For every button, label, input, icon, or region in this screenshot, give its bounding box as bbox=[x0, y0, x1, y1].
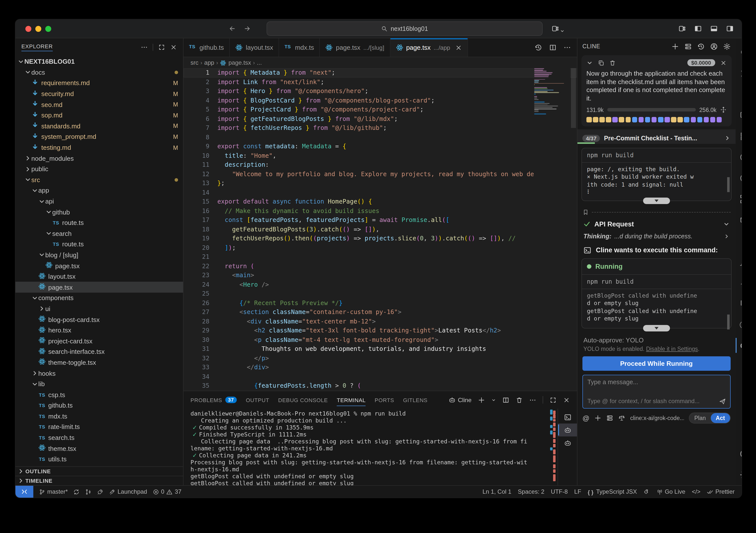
send-icon[interactable] bbox=[718, 397, 726, 405]
statusbar-sync[interactable] bbox=[73, 489, 80, 495]
code-line-21[interactable]: 21 bbox=[183, 252, 577, 262]
disable-settings-link[interactable]: Disable it in Settings bbox=[646, 346, 698, 351]
more-actions-icon[interactable] bbox=[529, 396, 536, 403]
code-line-33[interactable]: 33 </div> bbox=[183, 363, 577, 372]
statusbar-indentation[interactable]: Spaces: 2 bbox=[518, 488, 544, 495]
tree-folder-lib[interactable]: lib bbox=[15, 379, 183, 389]
tree-folder-api[interactable]: api bbox=[15, 196, 183, 207]
panel-tab-ports[interactable]: PORTS bbox=[374, 391, 394, 408]
statusbar-eol[interactable]: LF bbox=[574, 488, 581, 495]
code-line-17[interactable]: 17 const [featuredPosts, featuredProject… bbox=[183, 215, 577, 225]
code-line-5[interactable]: 5import { ProjectCard } from "@/componen… bbox=[183, 105, 577, 114]
code-line-22[interactable]: 22 return ( bbox=[183, 262, 577, 271]
tree-folder-search[interactable]: search bbox=[15, 228, 183, 239]
breadcrumb-item[interactable]: src bbox=[191, 59, 199, 66]
code-line-14[interactable]: 14 bbox=[183, 188, 577, 197]
tree-file-sop-md[interactable]: sop.mdM bbox=[15, 110, 183, 121]
statusbar-pipeline[interactable] bbox=[85, 489, 92, 495]
forward-icon[interactable] bbox=[244, 25, 251, 32]
focus-view-icon[interactable] bbox=[158, 44, 165, 51]
activity-kangaroo-icon[interactable] bbox=[735, 272, 742, 293]
customize-layout-icon[interactable] bbox=[678, 25, 686, 32]
code-line-4[interactable]: 4import { BlogPostCard } from "@/compone… bbox=[183, 96, 577, 105]
tree-root[interactable]: NEXT16BLOG01 bbox=[15, 56, 183, 67]
timeline-section[interactable]: TIMELINE bbox=[15, 476, 183, 485]
statusbar-prettier[interactable]: Prettier bbox=[707, 488, 735, 495]
tree-file-utils-ts[interactable]: TSutils.ts bbox=[15, 454, 183, 464]
tree-file-system-prompt-md[interactable]: system_prompt.mdM bbox=[15, 131, 183, 142]
tree-file-seo-md[interactable]: seo.mdM bbox=[15, 99, 183, 110]
code-line-34[interactable]: 34 bbox=[183, 372, 577, 381]
activity-cline-icon[interactable] bbox=[735, 335, 742, 356]
statusbar-encoding[interactable]: UTF-8 bbox=[551, 488, 568, 495]
tree-file-testing-md[interactable]: testing.mdM bbox=[15, 142, 183, 153]
activity-accounts-icon[interactable] bbox=[735, 443, 742, 464]
statusbar-cursor-position[interactable]: Ln 1, Col 1 bbox=[482, 488, 511, 495]
tree-file-standards-md[interactable]: standards.mdM bbox=[15, 121, 183, 131]
code-line-31[interactable]: 31 Thoughts on web development, tutorial… bbox=[183, 344, 577, 353]
code-line-12[interactable]: 12 "Welcome to my portfolio and blog. Ex… bbox=[183, 169, 577, 179]
copy-task-icon[interactable] bbox=[598, 60, 604, 66]
activity-ai-chat-icon[interactable] bbox=[735, 293, 742, 314]
code-line-18[interactable]: 18 getFeaturedBlogPosts(3).catch(() => [… bbox=[183, 225, 577, 234]
activity-r-tools-icon[interactable]: ® bbox=[735, 314, 742, 335]
tree-folder-node-modules[interactable]: node_modules bbox=[15, 153, 183, 164]
tree-file-hero-tsx[interactable]: hero.tsx bbox=[15, 325, 183, 336]
toggle-secondary-sidebar-icon[interactable] bbox=[726, 25, 734, 32]
zoom-window-button[interactable] bbox=[45, 26, 51, 32]
panel-tab-output[interactable]: OUTPUT bbox=[246, 391, 269, 408]
tree-file-csp-ts[interactable]: TScsp.ts bbox=[15, 389, 183, 400]
statusbar-rocket[interactable] bbox=[97, 489, 104, 495]
tree-folder-ui[interactable]: ui bbox=[15, 303, 183, 314]
tree-file-rate-limit-ts[interactable]: TSrate-limit.ts bbox=[15, 422, 183, 432]
tree-file-route-ts[interactable]: TSroute.ts bbox=[15, 217, 183, 228]
close-window-button[interactable] bbox=[25, 26, 31, 32]
scales-icon[interactable] bbox=[618, 414, 625, 421]
thinking-row[interactable]: Thinking: ...d during the build process. bbox=[578, 229, 735, 239]
code-line-32[interactable]: 32 </p> bbox=[183, 353, 577, 363]
code-line-27[interactable]: 27 <section className="container-custom … bbox=[183, 308, 577, 317]
code-line-2[interactable]: 2import Link from "next/link"; bbox=[183, 77, 577, 87]
code-line-6[interactable]: 6import { getFeaturedBlogPosts } from "@… bbox=[183, 114, 577, 124]
command-output[interactable]: page: /, exiting the build. × Next.js bu… bbox=[582, 162, 731, 200]
tree-file-theme-tsx[interactable]: theme.tsx bbox=[15, 443, 183, 454]
expand-output-button[interactable] bbox=[643, 325, 670, 331]
editor-scrollbar[interactable] bbox=[570, 68, 577, 391]
activity-code-generator-icon[interactable] bbox=[735, 230, 742, 251]
bookmark-icon[interactable] bbox=[582, 209, 589, 215]
tree-file-route-ts[interactable]: TSroute.ts bbox=[15, 239, 183, 250]
terminal-output[interactable]: danielkliewer@Daniels-MacBook-Pro next16… bbox=[183, 408, 550, 485]
delete-task-icon[interactable] bbox=[609, 60, 616, 66]
activity-project-manager-icon[interactable] bbox=[735, 189, 742, 210]
remote-indicator[interactable] bbox=[15, 486, 33, 498]
tree-file-project-card-tsx[interactable]: project-card.tsx bbox=[15, 336, 183, 346]
code-line-23[interactable]: 23 <main> bbox=[183, 271, 577, 280]
split-terminal-icon[interactable] bbox=[502, 396, 509, 403]
command-output[interactable]: getBlogPost called with undefined or emp… bbox=[582, 289, 731, 328]
close-task-icon[interactable] bbox=[720, 60, 726, 66]
tree-folder-components[interactable]: components bbox=[15, 293, 183, 303]
panel-tab-problems[interactable]: PROBLEMS37 bbox=[191, 391, 237, 408]
tab-layout-tsx[interactable]: layout.tsx bbox=[230, 38, 279, 57]
activity-remote-explorer-icon[interactable] bbox=[735, 105, 742, 126]
activity-container-tools-icon[interactable] bbox=[735, 210, 742, 230]
tree-file-mdx-ts[interactable]: TSmdx.ts bbox=[15, 411, 183, 422]
tree-folder-public[interactable]: public bbox=[15, 164, 183, 175]
code-line-19[interactable]: 19 fetchUserRepos().then((projects) => p… bbox=[183, 234, 577, 243]
act-option[interactable]: Act bbox=[711, 413, 730, 423]
toggle-sidebar-icon[interactable] bbox=[694, 25, 702, 32]
mcp-servers-icon[interactable] bbox=[684, 42, 691, 50]
statusbar-problems[interactable]: 037 bbox=[152, 488, 181, 495]
close-panel-icon[interactable] bbox=[563, 396, 570, 403]
tree-file-page-tsx[interactable]: page.tsx bbox=[15, 261, 183, 271]
tab-page-tsx-slug-[interactable]: page.tsx.../[slug] bbox=[320, 38, 390, 57]
code-line-25[interactable]: 25 bbox=[183, 289, 577, 298]
terminal-list-item-terminal-zsh[interactable] bbox=[558, 410, 577, 424]
tree-file-search-ts[interactable]: TSsearch.ts bbox=[15, 433, 183, 443]
statusbar-git-branch[interactable]: master* bbox=[39, 488, 68, 495]
proceed-while-running-button[interactable]: Proceed While Running bbox=[582, 356, 730, 371]
tree-file-requirements-md[interactable]: requirements.mdM bbox=[15, 78, 183, 88]
at-mention-icon[interactable]: @ bbox=[582, 414, 589, 421]
code-line-7[interactable]: 7import { fetchUserRepos } from "@/lib/g… bbox=[183, 124, 577, 133]
card-scrollbar[interactable] bbox=[727, 314, 729, 329]
